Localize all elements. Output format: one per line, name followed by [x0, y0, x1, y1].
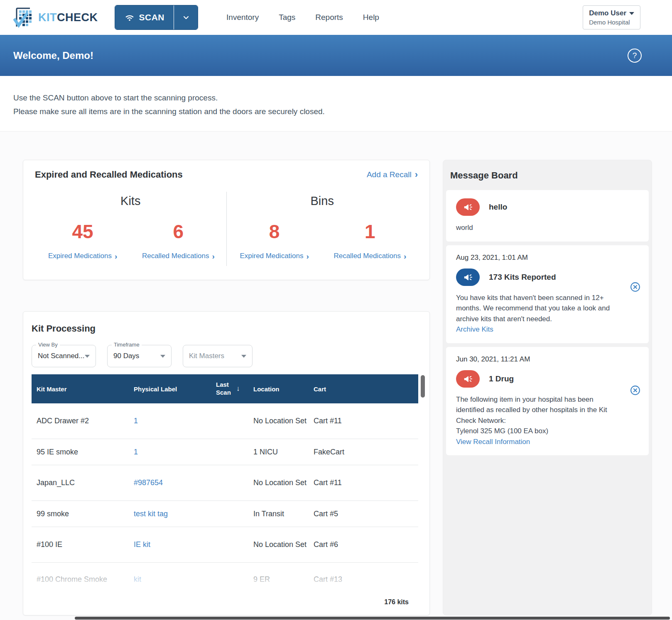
chevron-right-icon: › [212, 252, 215, 260]
kit-processing-card: Kit Processing View By Not Scanned... Ti… [23, 311, 430, 615]
kit-processing-title: Kit Processing [32, 323, 421, 334]
kits-group: Kits 45 Expired Medications › 6 [35, 192, 226, 266]
table-vertical-scrollbar[interactable] [421, 375, 425, 398]
dismiss-icon[interactable] [630, 282, 640, 292]
message-board-title: Message Board [450, 170, 649, 181]
bins-recalled-count: 1 [322, 220, 418, 243]
nav-link-help[interactable]: Help [363, 13, 379, 22]
table-row: 95 IE smoke 1 1 NICU FakeCart [32, 439, 418, 465]
top-navbar: KITCHECK SCAN Inventory Tags [0, 0, 672, 35]
view-by-select[interactable]: View By Not Scanned... [32, 345, 96, 367]
nav-link-reports[interactable]: Reports [315, 13, 343, 22]
kits-recalled-stat: 6 Recalled Medications › [130, 220, 226, 260]
table-row: 99 smoke test kit tag In Transit Cart #5 [32, 501, 418, 527]
bins-recalled-link[interactable]: Recalled Medications › [322, 252, 418, 260]
kitcheck-logo-icon [13, 7, 33, 28]
expired-recalled-card: Expired and Recalled Medications Add a R… [23, 160, 430, 280]
bins-recalled-stat: 1 Recalled Medications › [322, 220, 418, 260]
kits-recalled-count: 6 [130, 220, 226, 243]
chevron-down-icon [182, 13, 190, 22]
physical-label-link[interactable]: #987654 [134, 478, 163, 487]
bins-expired-stat: 8 Expired Medications › [227, 220, 322, 260]
message-body: You have kits that haven't been scanned … [456, 293, 639, 335]
column-header-physical-label[interactable]: Physical Label [129, 386, 211, 393]
physical-label-link[interactable]: 1 [134, 448, 138, 456]
caret-down-icon [160, 355, 165, 358]
wifi-icon [124, 12, 135, 23]
message-title: 1 Drug [489, 374, 514, 383]
caret-down-icon [241, 355, 246, 358]
chevron-right-icon: › [307, 252, 309, 260]
chevron-right-icon: › [115, 252, 117, 260]
message-item: Aug 23, 2021, 1:01 AM 173 Kits Reported [446, 245, 649, 343]
physical-label-link[interactable]: test kit tag [134, 510, 168, 518]
kits-expired-stat: 45 Expired Medications › [35, 220, 130, 260]
message-body: world [456, 222, 639, 233]
megaphone-icon [456, 370, 480, 388]
bins-group: Bins 8 Expired Medications › 1 [226, 192, 418, 266]
physical-label-link[interactable]: 1 [134, 417, 138, 425]
bins-expired-count: 8 [227, 220, 322, 243]
archive-kits-link[interactable]: Archive Kits [456, 324, 493, 335]
total-kits-count: 176 kits [384, 598, 409, 606]
welcome-text: Welcome, Demo! [13, 50, 93, 61]
message-item: Jun 30, 2021, 11:21 AM 1 Drug The follo [446, 347, 649, 456]
timeframe-select[interactable]: Timeframe 90 Days [107, 345, 172, 367]
bins-heading: Bins [227, 194, 418, 208]
kit-processing-filters: View By Not Scanned... Timeframe 90 Days… [32, 345, 421, 367]
table-row: #100 Chrome Smoke kit 9 ER Cart #13 [32, 563, 418, 596]
message-item: hello world [446, 190, 649, 242]
bins-expired-link[interactable]: Expired Medications › [227, 252, 322, 260]
megaphone-icon [456, 269, 480, 286]
column-header-last-scan[interactable]: Last Scan ↓ [211, 381, 248, 397]
message-title: hello [489, 203, 507, 212]
scan-dropdown-button[interactable] [174, 5, 198, 29]
help-icon[interactable]: ? [628, 49, 642, 63]
user-hospital: Demo Hospital [589, 19, 634, 26]
kits-recalled-link[interactable]: Recalled Medications › [130, 252, 226, 260]
brand-text: KITCHECK [38, 11, 98, 24]
dismiss-icon[interactable] [630, 385, 640, 395]
message-board: Message Board hello world [443, 160, 652, 615]
kitcheck-logo[interactable]: KITCHECK [13, 7, 98, 28]
timeframe-label: Timeframe [112, 342, 142, 348]
column-header-cart[interactable]: Cart [309, 386, 418, 393]
view-recall-information-link[interactable]: View Recall Information [456, 437, 530, 447]
user-name: Demo User [589, 9, 626, 17]
main-content: Expired and Recalled Medications Add a R… [0, 132, 672, 620]
column-header-kit-master[interactable]: Kit Master [32, 386, 129, 393]
table-header-row: Kit Master Physical Label Last Scan ↓ Lo… [32, 374, 418, 403]
main-nav: Inventory Tags Reports Help [226, 13, 379, 22]
message-date: Jun 30, 2021, 11:21 AM [456, 355, 639, 364]
left-column: Expired and Recalled Medications Add a R… [23, 160, 430, 620]
instruction-line-1: Use the SCAN button above to start the s… [13, 91, 672, 105]
nav-link-tags[interactable]: Tags [279, 13, 295, 22]
sort-descending-icon: ↓ [236, 385, 240, 393]
message-date: Aug 23, 2021, 1:01 AM [456, 254, 639, 262]
kit-masters-select[interactable]: Kit Masters [183, 345, 253, 367]
recalled-drug-name: Tylenol 325 MG (100 EA box) [456, 427, 548, 435]
caret-down-icon [629, 12, 634, 15]
scan-button[interactable]: SCAN [115, 5, 174, 29]
kit-processing-table: Kit Master Physical Label Last Scan ↓ Lo… [32, 374, 418, 596]
welcome-banner: Welcome, Demo! ? [0, 35, 672, 76]
add-recall-link[interactable]: Add a Recall › [367, 170, 418, 179]
table-row: #100 IE IE kit No Location Set Cart #6 [32, 527, 418, 563]
physical-label-link[interactable]: kit [134, 575, 141, 583]
message-title: 173 Kits Reported [489, 273, 556, 282]
kits-expired-count: 45 [35, 220, 130, 243]
column-header-location[interactable]: Location [248, 386, 309, 393]
megaphone-icon [456, 198, 480, 216]
nav-link-inventory[interactable]: Inventory [226, 13, 259, 22]
caret-down-icon [85, 355, 90, 358]
table-row: ADC Drawer #2 1 No Location Set Cart #11 [32, 403, 418, 439]
chevron-right-icon: › [404, 252, 406, 260]
user-menu[interactable]: Demo User Demo Hospital [583, 5, 640, 29]
kits-expired-link[interactable]: Expired Medications › [35, 252, 130, 260]
physical-label-link[interactable]: IE kit [134, 540, 150, 549]
horizontal-scrollbar[interactable] [75, 617, 670, 620]
scan-button-group: SCAN [115, 5, 199, 30]
message-body: The following item in your hospital has … [456, 394, 639, 447]
view-by-label: View By [36, 342, 60, 348]
expired-card-title: Expired and Recalled Medications [35, 169, 183, 180]
